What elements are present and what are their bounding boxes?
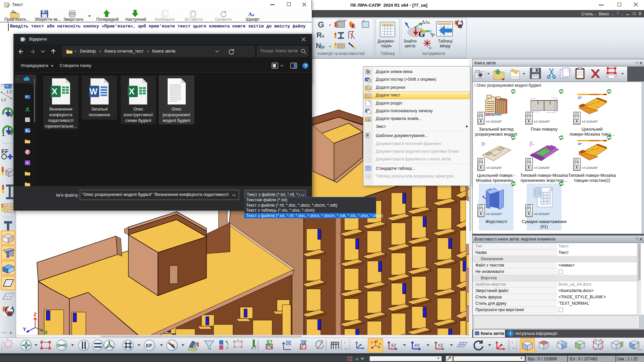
svg-text:»: » — [512, 341, 513, 344]
svg-text:YZ: YZ — [438, 343, 443, 348]
svg-text:Y: Y — [23, 326, 26, 332]
svg-text:XY: XY — [414, 343, 420, 348]
svg-text:1: 1 — [2, 132, 5, 137]
svg-text:R: R — [351, 23, 355, 29]
svg-text:XZ: XZ — [391, 343, 396, 348]
svg-text:EF: EF — [146, 343, 152, 348]
svg-text:?: ? — [304, 63, 307, 68]
svg-text:σ: σ — [363, 19, 365, 23]
svg-text:A: A — [367, 134, 369, 137]
svg-text:Z: Z — [376, 340, 378, 343]
svg-text:Y: Y — [371, 341, 373, 344]
svg-text:X: X — [379, 342, 381, 346]
svg-text:Z: Z — [34, 311, 37, 317]
svg-text:EF: EF — [1, 148, 9, 155]
svg-text:1.2: 1.2 — [1, 98, 6, 102]
svg-text:Aa: Aa — [248, 11, 254, 17]
svg-text:1.2: 1.2 — [6, 90, 11, 94]
svg-text:»: » — [344, 341, 346, 344]
svg-text:W: W — [90, 87, 98, 96]
svg-text:tc: tc — [429, 46, 432, 50]
svg-text:X: X — [44, 330, 48, 335]
svg-text:X: X — [52, 86, 58, 96]
svg-text:»: » — [638, 340, 639, 344]
svg-text:±: ± — [368, 119, 369, 121]
svg-text:X: X — [129, 86, 135, 96]
